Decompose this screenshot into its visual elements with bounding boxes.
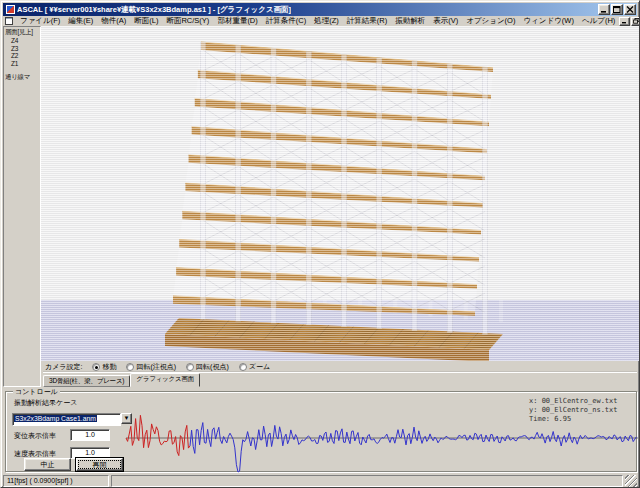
menu-file[interactable]: ファイル(F) xyxy=(16,16,64,26)
tab-graphics-screen[interactable]: グラフィックス画面 xyxy=(130,373,200,387)
mdi-document-icon[interactable] xyxy=(5,17,13,25)
layer-tree-header[interactable]: 層面[見上] xyxy=(4,27,40,37)
radio-zoom-icon[interactable] xyxy=(239,363,247,371)
menu-project[interactable]: 物件(A) xyxy=(97,16,130,26)
status-empty-cell xyxy=(111,475,623,487)
camera-option-zoom[interactable]: ズーム xyxy=(239,362,270,372)
layer-item-z3[interactable]: Z3 xyxy=(4,45,40,53)
resize-grip[interactable] xyxy=(625,475,637,487)
time-readout: Time: 6.95 xyxy=(529,415,571,423)
tab-3d-frame[interactable]: 3D骨組(柱、梁、ブレース) xyxy=(43,375,130,387)
grid-lines-node[interactable]: 通り線マ xyxy=(4,73,40,82)
menu-bar: ファイル(F) 編集(E) 物件(A) 断面(L) 断面RC/S(Y) 部材重量… xyxy=(3,16,637,26)
camera-option-rotate-eye[interactable]: 回転(視点) xyxy=(186,362,229,372)
fps-status: 11[fps] ( 0.0900[spf] ) xyxy=(3,475,109,487)
view-tabs: 3D骨組(柱、梁、ブレース) グラフィックス画面 xyxy=(43,373,200,387)
camera-option-move[interactable]: 移動 xyxy=(92,362,116,372)
control-group-label: コントロール xyxy=(13,387,60,397)
combo-dropdown-arrow-icon[interactable]: ▼ xyxy=(121,413,132,424)
camera-option-rotate-target[interactable]: 回転(注視点) xyxy=(126,362,176,372)
menu-help[interactable]: ヘルプ(H) xyxy=(578,16,619,26)
analysis-case-combobox[interactable]: S3x2x3Bdamp Case1.anm ▼ xyxy=(12,413,132,426)
radio-rotate-target-icon[interactable] xyxy=(126,363,134,371)
analysis-case-value: S3x2x3Bdamp Case1.anm xyxy=(12,413,121,426)
layer-tree-panel: 層面[見上] Z4 Z3 Z2 Z1 通り線マ xyxy=(3,26,41,387)
menu-calc-results[interactable]: 計算結果(R) xyxy=(343,16,391,26)
radio-rotate-eye-icon[interactable] xyxy=(186,363,194,371)
app-icon xyxy=(6,5,15,14)
camera-settings-label: カメラ設定: xyxy=(45,362,82,372)
menu-window[interactable]: ウィンドウ(W) xyxy=(519,16,577,26)
radio-move-icon[interactable] xyxy=(92,363,100,371)
layer-item-z4[interactable]: Z4 xyxy=(4,37,40,45)
wave-file-readout: x: 00_ElCentro_ew.txt y: 00_ElCentro_ns.… xyxy=(529,397,618,424)
graphics-viewport[interactable] xyxy=(41,26,639,361)
resume-button[interactable]: 再開 xyxy=(76,458,123,471)
menu-vibration-analysis[interactable]: 振動解析 xyxy=(391,16,429,26)
window-title: ASCAL [ ¥¥server001¥share¥連載¥S3x2x3Bdamp… xyxy=(17,5,291,15)
building-3d-model xyxy=(41,26,639,361)
menu-options[interactable]: オプション(O) xyxy=(462,16,519,26)
layer-item-z1[interactable]: Z1 xyxy=(4,60,40,68)
x-wave-file: x: 00_ElCentro_ew.txt xyxy=(529,397,618,405)
menu-section-rcs[interactable]: 断面RC/S(Y) xyxy=(162,16,213,26)
mdi-restore-button[interactable] xyxy=(631,17,640,26)
camera-settings-row: カメラ設定: 移動 回転(注視点) 回転(視点) ズーム xyxy=(43,361,637,373)
close-button[interactable] xyxy=(624,4,636,15)
y-wave-file: y: 00_ElCentro_ns.txt xyxy=(529,406,618,414)
displacement-scale-input[interactable]: 1.0 xyxy=(70,429,110,441)
app-window: ASCAL [ ¥¥server001¥share¥連載¥S3x2x3Bdamp… xyxy=(0,0,640,488)
analysis-case-label: 振動解析結果ケース xyxy=(14,398,77,408)
minimize-button[interactable] xyxy=(598,4,610,15)
menu-process[interactable]: 処理(Z) xyxy=(310,16,343,26)
maximize-button[interactable] xyxy=(611,4,623,15)
mdi-minimize-button[interactable] xyxy=(619,17,630,26)
layer-item-z2[interactable]: Z2 xyxy=(4,52,40,60)
menu-edit[interactable]: 編集(E) xyxy=(64,16,97,26)
stop-button[interactable]: 中止 xyxy=(24,458,71,471)
status-bar: 11[fps] ( 0.0900[spf] ) xyxy=(3,474,637,487)
menu-section[interactable]: 断面(L) xyxy=(130,16,162,26)
menu-view[interactable]: 表示(V) xyxy=(429,16,462,26)
title-bar[interactable]: ASCAL [ ¥¥server001¥share¥連載¥S3x2x3Bdamp… xyxy=(3,3,637,16)
menu-member-weight[interactable]: 部材重量(D) xyxy=(213,16,261,26)
displacement-scale-label: 変位表示倍率 xyxy=(14,431,56,441)
menu-calc-conditions[interactable]: 計算条件(C) xyxy=(262,16,310,26)
